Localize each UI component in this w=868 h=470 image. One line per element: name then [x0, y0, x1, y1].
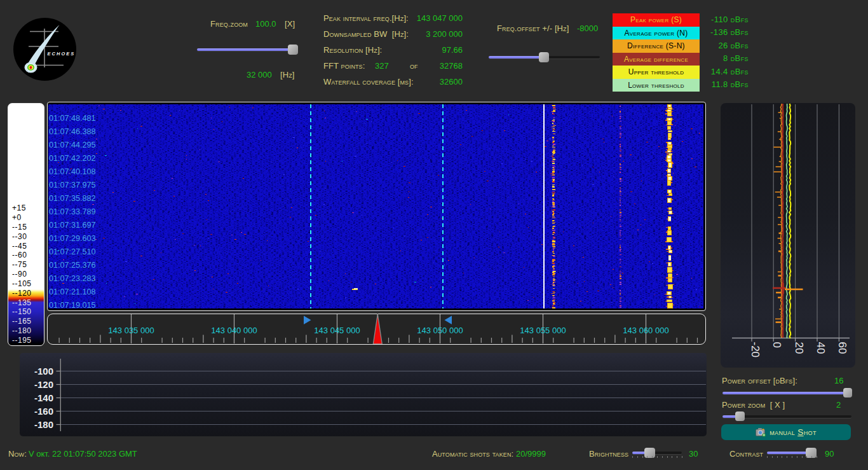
svg-text:01:07:48.481: 01:07:48.481	[49, 114, 96, 123]
svg-text:143 040 000: 143 040 000	[211, 326, 257, 335]
svg-text:01:07:35.882: 01:07:35.882	[49, 194, 96, 203]
svg-text:01:07:19.015: 01:07:19.015	[49, 301, 96, 308]
svg-text:-20: -20	[749, 342, 761, 358]
svg-text:-140: -140	[34, 392, 53, 403]
svg-text:20: 20	[793, 342, 805, 354]
svg-text:01:07:46.388: 01:07:46.388	[49, 127, 96, 136]
svg-text:-180: -180	[34, 419, 53, 430]
svg-text:01:07:42.202: 01:07:42.202	[49, 154, 96, 163]
svg-text:01:07:29.603: 01:07:29.603	[49, 234, 96, 243]
svg-text:-120: -120	[34, 379, 53, 390]
svg-text:01:07:37.975: 01:07:37.975	[49, 181, 96, 190]
svg-text:01:07:40.108: 01:07:40.108	[49, 167, 96, 176]
svg-text:01:07:33.789: 01:07:33.789	[49, 207, 96, 216]
svg-text:-100: -100	[34, 366, 53, 377]
svg-text:143 060 000: 143 060 000	[623, 326, 668, 335]
svg-text:01:07:25.376: 01:07:25.376	[49, 261, 96, 270]
svg-text:143 050 000: 143 050 000	[417, 326, 463, 335]
svg-text:0: 0	[771, 342, 783, 348]
svg-text:01:07:27.510: 01:07:27.510	[49, 247, 96, 256]
svg-text:01:07:23.283: 01:07:23.283	[49, 274, 96, 283]
svg-text:143 045 000: 143 045 000	[314, 326, 360, 335]
svg-text:-160: -160	[34, 406, 53, 417]
svg-text:01:07:31.697: 01:07:31.697	[49, 221, 96, 230]
svg-text:40: 40	[815, 342, 827, 354]
svg-text:01:07:21.108: 01:07:21.108	[49, 287, 96, 296]
svg-text:ECHOES: ECHOES	[48, 51, 76, 57]
svg-text:01:07:44.295: 01:07:44.295	[49, 141, 96, 149]
svg-text:143 035 000: 143 035 000	[108, 326, 154, 335]
svg-text:143 055 000: 143 055 000	[520, 326, 566, 335]
svg-text:60: 60	[836, 342, 848, 354]
